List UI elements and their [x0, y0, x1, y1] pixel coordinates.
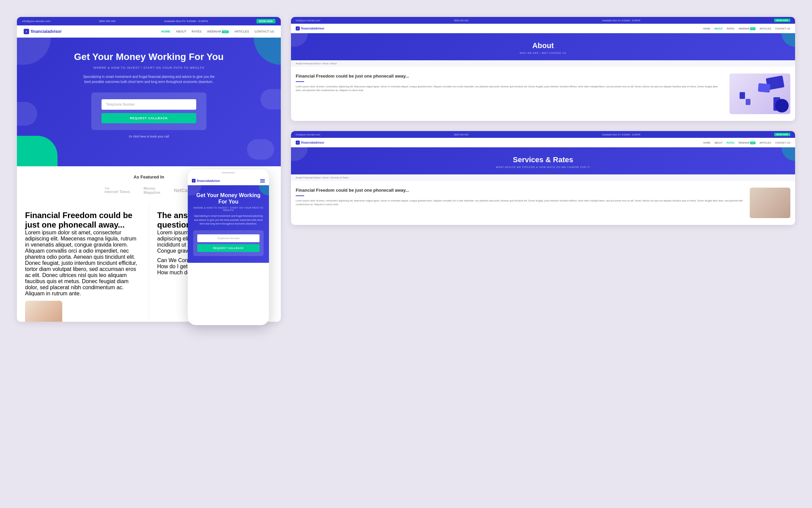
- about-topbar: info@your-domain.com 0800 000 000 Availa…: [291, 17, 795, 24]
- hero-phone-input[interactable]: Telephone Number: [102, 99, 196, 110]
- about-hero-title: About: [298, 41, 788, 50]
- right-panels: info@your-domain.com 0800 000 000 Availa…: [291, 17, 795, 491]
- panel-mobile: f financialadvisor Get Your Money Workin…: [188, 169, 269, 325]
- about-content-body: Lorem ipsum dolor sit amet, consectetur …: [296, 85, 724, 92]
- nav-articles[interactable]: ARTICLES: [234, 30, 249, 33]
- topbar-book-button[interactable]: BOOK NOW: [256, 19, 275, 23]
- rates-nav-rates[interactable]: RATES: [727, 142, 735, 144]
- about-hero-subtitle: WHO WE ARE / WHY CHOOSE US: [298, 52, 788, 54]
- hero-description: Specializing in smart investment and fru…: [81, 74, 217, 84]
- webinar-badge: NEW: [222, 30, 229, 33]
- featured-logo-1: THE Internet Times: [105, 187, 130, 194]
- mobile-logo: f financialadvisor: [192, 179, 220, 183]
- mobile-hero-description: Specializing in smart investment and fru…: [193, 214, 264, 226]
- about-logo: f financialadvisor: [296, 26, 324, 30]
- main-nav: f financialadvisor HOME ABOUT RATES WEBI…: [17, 25, 281, 38]
- topbar-email: info@your-domain.com: [22, 20, 50, 23]
- about-nav-contact[interactable]: CONTACT US: [775, 27, 790, 30]
- about-nav-home[interactable]: HOME: [703, 27, 710, 30]
- about-logo-icon: f: [296, 26, 300, 30]
- nav-webinar[interactable]: WEBINAR NEW: [207, 30, 229, 33]
- rates-nav-articles[interactable]: ARTICLES: [760, 142, 771, 144]
- about-topbar-email: info@your-domain.com: [296, 19, 320, 22]
- about-content: Financial Freedom could be just one phon…: [291, 67, 795, 121]
- content-left-avatar: [25, 301, 62, 322]
- about-webinar-badge: NEW: [750, 27, 755, 30]
- rates-nav-webinar[interactable]: WEBINAR NEW: [739, 142, 755, 144]
- mobile-phone-input[interactable]: Telephone Number: [197, 234, 260, 242]
- hamburger-line-1: [260, 179, 265, 180]
- hero-title: Get Your Money Working For You: [37, 51, 261, 63]
- deco-shape-br: [247, 139, 274, 160]
- mobile-callback-button[interactable]: REQUEST CALLBACK: [197, 244, 260, 252]
- rates-nav-home[interactable]: HOME: [703, 142, 710, 144]
- about-deco-shapes: [729, 73, 790, 114]
- content-left: Financial Freedom could be just one phon…: [17, 203, 149, 322]
- rates-content: Financial Freedom could be just one phon…: [291, 181, 795, 225]
- hero-click-link[interactable]: Or click here to book your call: [37, 135, 261, 138]
- rates-image: [750, 188, 790, 218]
- hero-callback-button[interactable]: REQUEST CALLBACK: [102, 113, 196, 123]
- rates-topbar: info@your-domain.com 0800 000 000 Availa…: [291, 131, 795, 138]
- mobile-hero-subtitle: WHERE & HOW TO INVEST / START ON YOUR PA…: [193, 207, 264, 211]
- rates-nav-about[interactable]: ABOUT: [714, 142, 722, 144]
- about-topbar-phone: 0800 000 000: [454, 19, 469, 22]
- about-nav-links: HOME ABOUT RATES WEBINAR NEW ARTICLES CO…: [703, 27, 790, 30]
- rates-content-body: Lorem ipsum dolor sit amet, consectetur …: [296, 199, 744, 206]
- about-nav: f financialadvisor HOME ABOUT RATES WEBI…: [291, 24, 795, 33]
- about-nav-rates[interactable]: RATES: [727, 27, 735, 30]
- deco-rect-2: [758, 83, 770, 93]
- rates-blue-line: [296, 195, 304, 196]
- mobile-hamburger[interactable]: [260, 179, 265, 183]
- main-logo: f financialadvisor: [24, 29, 62, 34]
- nav-contact[interactable]: CONTACT US: [254, 30, 274, 33]
- rates-topbar-email: info@your-domain.com: [296, 133, 320, 136]
- nav-rates[interactable]: RATES: [192, 30, 202, 33]
- nav-links: HOME ABOUT RATES WEBINAR NEW ARTICLES CO…: [161, 30, 274, 33]
- rates-hero: Services & Rates WHAT ADVICE WE PROVIDE …: [291, 147, 795, 174]
- deco-shape-mid-left: [17, 102, 37, 126]
- topbar-phone: 0800 000 000: [99, 20, 116, 23]
- about-breadcrumb: Avada Financial Advisor: Home / About: [291, 60, 795, 67]
- about-book-button[interactable]: BOOK NOW: [774, 19, 790, 22]
- content-left-body: Lorem ipsum dolor sit amet, consectetur …: [25, 230, 141, 297]
- about-nav-articles[interactable]: ARTICLES: [760, 27, 771, 30]
- deco-f-1: [740, 92, 745, 99]
- mobile-topbar: [188, 169, 269, 176]
- mobile-form: Telephone Number REQUEST CALLBACK: [193, 230, 264, 256]
- about-hero: About WHO WE ARE / WHY CHOOSE US: [291, 33, 795, 60]
- about-topbar-hours: Available Mon-Fri: 9:00AM - 6:00PM: [602, 19, 640, 22]
- hero-subtitle: WHERE & HOW TO INVEST / START ON YOUR PA…: [37, 66, 261, 69]
- rates-logo-icon: f: [296, 141, 300, 145]
- mobile-notch: [222, 172, 235, 173]
- nav-home[interactable]: HOME: [161, 30, 171, 33]
- about-blue-line: [296, 81, 304, 82]
- rates-logo-text: financialadvisor: [301, 141, 324, 144]
- rates-nav-contact[interactable]: CONTACT US: [775, 142, 790, 144]
- rates-breadcrumb: Avada Financial Advisor: Home / Services…: [291, 174, 795, 181]
- content-left-title: Financial Freedom could be just one phon…: [25, 211, 141, 230]
- about-image: [729, 73, 790, 114]
- hamburger-line-3: [260, 182, 265, 183]
- rates-topbar-hours: Available Mon-Fri: 9:00AM - 6:00PM: [602, 133, 640, 136]
- logo-text: financialadvisor: [31, 29, 62, 34]
- panel-about: info@your-domain.com 0800 000 000 Availa…: [291, 17, 795, 121]
- rates-topbar-phone: 0800 000 000: [454, 133, 469, 136]
- main-layout: info@your-domain.com 0800 000 000 Availa…: [0, 0, 812, 508]
- rates-content-title: Financial Freedom could be just one phon…: [296, 188, 744, 193]
- rates-hero-subtitle: WHAT ADVICE WE PROVIDE & HOW MUCH DO WE …: [298, 166, 788, 168]
- logo-icon: f: [24, 29, 29, 34]
- rates-book-button[interactable]: BOOK NOW: [774, 133, 790, 136]
- rates-nav: f financialadvisor HOME ABOUT RATES WEBI…: [291, 138, 795, 147]
- rates-hero-title: Services & Rates: [298, 155, 788, 164]
- main-hero: Get Your Money Working For You WHERE & H…: [17, 38, 281, 166]
- rates-logo: f financialadvisor: [296, 141, 324, 145]
- deco-shape-bl: [17, 136, 58, 166]
- about-nav-about[interactable]: ABOUT: [714, 27, 723, 30]
- mobile-panel-wrapper: f financialadvisor Get Your Money Workin…: [188, 169, 269, 325]
- main-topbar: info@your-domain.com 0800 000 000 Availa…: [17, 17, 281, 25]
- mobile-hero: Get Your Money Working For You WHERE & H…: [188, 185, 269, 263]
- deco-f-2: [746, 99, 750, 105]
- about-nav-webinar[interactable]: WEBINAR NEW: [739, 27, 755, 30]
- nav-about[interactable]: ABOUT: [176, 30, 186, 33]
